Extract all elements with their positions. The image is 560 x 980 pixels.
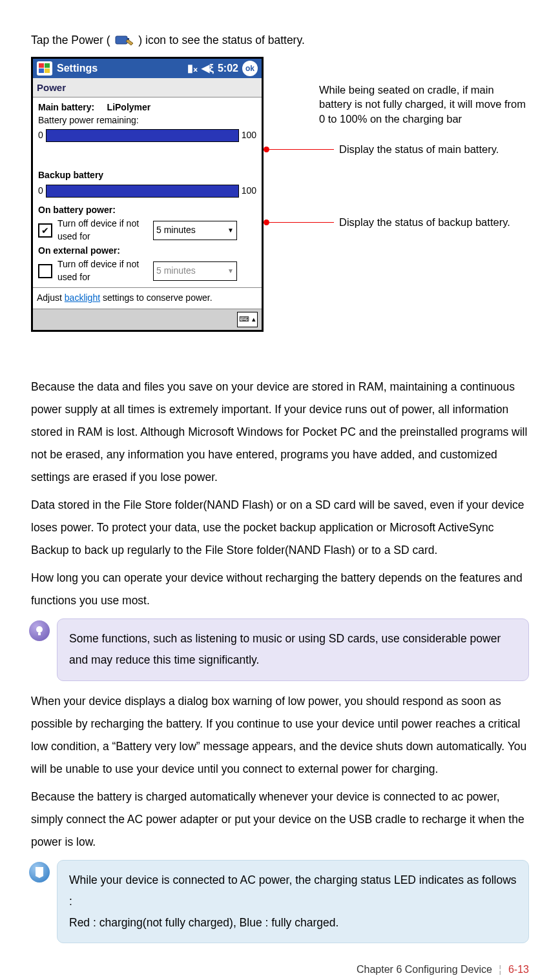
backup-battery-label: Backup battery — [38, 169, 256, 182]
keyboard-icon[interactable]: ⌨ ▴ — [237, 312, 258, 327]
annotation-top-note: While being seated on cradle, if main ba… — [319, 83, 529, 126]
on-external-title: On external power: — [38, 245, 256, 258]
page-footer: Chapter 6 Configuring Device ¦ 6-13 — [31, 963, 529, 977]
paragraph-5: Because the battery is charged automatic… — [31, 786, 529, 853]
on-battery-dd-value: 5 minutes — [156, 224, 196, 237]
main-bar-max: 100 — [242, 129, 256, 142]
backup-battery-bar — [46, 185, 239, 198]
on-external-opt: Turn off device if not used for — [57, 258, 148, 283]
on-battery-dropdown[interactable]: 5 minutes ▼ — [153, 221, 237, 240]
backup-bar-min: 0 — [38, 185, 43, 198]
main-battery-bar-row: 0 100 — [38, 129, 256, 142]
svg-rect-4 — [39, 68, 44, 73]
intro-line: Tap the Power ( ) icon to see the status… — [31, 31, 529, 50]
main-battery-remaining: Battery power remaining: — [38, 114, 256, 127]
svg-rect-0 — [116, 36, 127, 44]
power-icon — [113, 31, 135, 50]
svg-rect-5 — [45, 68, 50, 73]
on-external-checkbox[interactable] — [38, 264, 52, 278]
on-external-section: On external power: Turn off device if no… — [38, 245, 256, 284]
on-battery-title: On battery power: — [38, 204, 256, 217]
on-battery-opt: Turn off device if not used for — [57, 218, 148, 243]
note-box-info: While your device is connected to AC pow… — [57, 860, 529, 944]
on-battery-checkbox[interactable]: ✔ — [38, 223, 52, 238]
adjust-pre: Adjust — [37, 292, 65, 303]
backlight-link[interactable]: backlight — [65, 292, 100, 303]
callout-dot — [264, 147, 269, 152]
svg-point-6 — [36, 626, 43, 633]
paragraph-1: Because the data and files you save on y… — [31, 376, 529, 489]
footer-page: 6-13 — [508, 964, 529, 975]
on-external-dropdown[interactable]: 5 minutes ▼ — [153, 261, 237, 281]
volume-icon: ◀ξ — [202, 61, 214, 76]
chevron-down-icon: ▼ — [227, 226, 234, 235]
paragraph-3: How long you can operate your device wit… — [31, 567, 529, 612]
figure-row: Settings ▮ₓ ◀ξ 5:02 ok Power Main batter… — [31, 57, 529, 367]
on-external-dd-value: 5 minutes — [156, 265, 196, 278]
intro-before: Tap the Power ( — [31, 34, 110, 46]
on-battery-section: On battery power: ✔ Turn off device if n… — [38, 204, 256, 243]
callout-backup-battery: Display the status of backup battery. — [264, 215, 510, 230]
device-body: Main battery: LiPolymer Battery power re… — [33, 97, 262, 287]
topbar-title: Settings — [57, 61, 98, 76]
svg-rect-2 — [39, 63, 44, 68]
main-battery-label: Main battery: — [38, 102, 94, 112]
main-battery-type: LiPolymer — [107, 102, 151, 112]
signal-icon: ▮ₓ — [187, 61, 198, 76]
footer-separator: ¦ — [499, 964, 501, 975]
main-battery-section: Main battery: LiPolymer Battery power re… — [38, 101, 256, 142]
device-topbar: Settings ▮ₓ ◀ξ 5:02 ok — [33, 59, 262, 78]
main-battery-bar — [46, 129, 239, 142]
backup-bar-max: 100 — [242, 185, 256, 198]
callout-dot — [264, 219, 269, 225]
note-2-text: While your device is connected to AC pow… — [69, 873, 517, 930]
callout-line — [269, 222, 334, 223]
adjust-post: settings to conserve power. — [100, 292, 213, 303]
main-bar-min: 0 — [38, 129, 43, 142]
backup-battery-section: Backup battery 0 100 — [38, 169, 256, 198]
svg-rect-7 — [38, 633, 41, 635]
lightbulb-icon — [29, 620, 50, 641]
annotation-backup-battery: Display the status of backup battery. — [339, 215, 510, 230]
windows-flag-icon — [37, 61, 52, 76]
subbar-power: Power — [33, 78, 262, 97]
svg-rect-3 — [45, 63, 50, 68]
annotation-main-battery: Display the status of main battery. — [339, 142, 499, 157]
intro-after: ) icon to see the status of battery. — [138, 34, 304, 46]
callout-line — [269, 149, 334, 150]
chevron-down-icon: ▼ — [227, 267, 234, 276]
adjust-backlight-row: Adjust backlight settings to conserve po… — [33, 287, 262, 309]
device-screenshot: Settings ▮ₓ ◀ξ 5:02 ok Power Main batter… — [31, 57, 264, 332]
device-footer: ⌨ ▴ — [33, 309, 262, 330]
ok-button[interactable]: ok — [242, 61, 258, 76]
backup-battery-bar-row: 0 100 — [38, 185, 256, 198]
info-icon — [29, 862, 50, 883]
footer-chapter: Chapter 6 Configuring Device — [357, 964, 492, 975]
annotation-column: While being seated on cradle, if main ba… — [264, 57, 529, 367]
note-1-text: Some functions, such as listening to mus… — [69, 632, 501, 666]
paragraph-4: When your device displays a dialog box w… — [31, 690, 529, 781]
note-box-tip: Some functions, such as listening to mus… — [57, 618, 529, 681]
callout-main-battery: Display the status of main battery. — [264, 142, 499, 157]
topbar-time: 5:02 — [218, 61, 238, 76]
paragraph-2: Data stored in the File Store folder(NAN… — [31, 494, 529, 562]
